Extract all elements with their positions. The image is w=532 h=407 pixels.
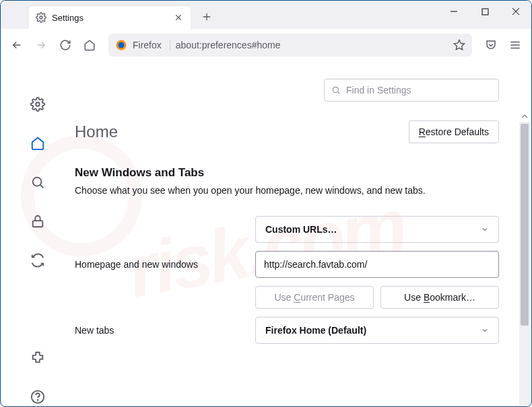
- sidebar-general[interactable]: [28, 95, 47, 114]
- content: risk.com Find in Settings Home Restore D…: [1, 61, 531, 406]
- forward-button[interactable]: [30, 34, 52, 56]
- sidebar-sync[interactable]: [28, 251, 47, 270]
- page-heading: Home: [75, 122, 118, 141]
- sidebar-home[interactable]: [28, 134, 47, 153]
- search-icon: [331, 85, 341, 95]
- home-button[interactable]: [79, 34, 100, 56]
- close-tab-icon[interactable]: [173, 12, 184, 23]
- chevron-down-icon: [481, 326, 489, 334]
- svg-point-8: [38, 400, 38, 400]
- tab-title: Settings: [52, 13, 84, 23]
- url-address: about:preferences#home: [176, 40, 453, 50]
- scroll-up-icon[interactable]: [519, 111, 530, 122]
- svg-point-0: [40, 16, 42, 19]
- sidebar-help[interactable]: [28, 387, 47, 406]
- svg-rect-1: [482, 9, 488, 15]
- restore-defaults-button[interactable]: Restore Defaults: [409, 120, 499, 143]
- window-controls: [438, 1, 531, 22]
- main-panel: Find in Settings Home Restore Defaults N…: [75, 61, 531, 406]
- menu-button[interactable]: [504, 34, 526, 56]
- sidebar-search[interactable]: [28, 173, 47, 192]
- titlebar: Settings: [1, 1, 531, 29]
- back-button[interactable]: [6, 34, 28, 56]
- select-value: Custom URLs…: [265, 224, 337, 235]
- section-description: Choose what you see when you open your h…: [75, 185, 499, 196]
- homepage-label: Homepage and new windows: [75, 259, 243, 270]
- url-bar[interactable]: Firefox about:preferences#home: [108, 34, 472, 57]
- sidebar-privacy[interactable]: [28, 212, 47, 231]
- svg-point-9: [333, 87, 338, 92]
- homepage-mode-select[interactable]: Custom URLs…: [255, 216, 499, 243]
- url-context: Firefox: [133, 40, 162, 50]
- use-bookmark-button[interactable]: Use Bookmark…: [380, 286, 499, 309]
- find-in-settings[interactable]: Find in Settings: [324, 79, 499, 102]
- svg-point-4: [36, 102, 40, 106]
- reload-button[interactable]: [55, 34, 76, 56]
- new-tab-button[interactable]: [197, 7, 216, 26]
- firefox-icon: [115, 39, 127, 51]
- bookmark-star-icon[interactable]: [453, 39, 465, 51]
- maximize-button[interactable]: [469, 1, 500, 22]
- gear-icon: [36, 12, 46, 23]
- search-placeholder: Find in Settings: [346, 85, 411, 96]
- pocket-button[interactable]: [480, 34, 502, 56]
- minimize-button[interactable]: [438, 1, 469, 22]
- newtabs-select[interactable]: Firefox Home (Default): [255, 317, 499, 344]
- scroll-thumb[interactable]: [521, 124, 529, 326]
- homepage-input[interactable]: [255, 251, 499, 278]
- svg-point-3: [119, 42, 125, 48]
- section-title: New Windows and Tabs: [75, 166, 499, 180]
- svg-point-5: [33, 178, 42, 186]
- scrollbar[interactable]: [519, 122, 530, 405]
- select-value: Firefox Home (Default): [265, 325, 366, 336]
- close-window-button[interactable]: [500, 1, 531, 22]
- svg-rect-6: [33, 221, 43, 227]
- toolbar: Firefox about:preferences#home: [1, 29, 531, 61]
- sidebar-extensions[interactable]: [28, 348, 47, 367]
- newtabs-label: New tabs: [75, 325, 243, 336]
- use-current-pages-button[interactable]: Use Current Pages: [255, 286, 374, 309]
- separator: [170, 40, 170, 50]
- browser-tab[interactable]: Settings: [29, 6, 191, 29]
- sidebar: [1, 61, 75, 406]
- chevron-down-icon: [481, 225, 489, 233]
